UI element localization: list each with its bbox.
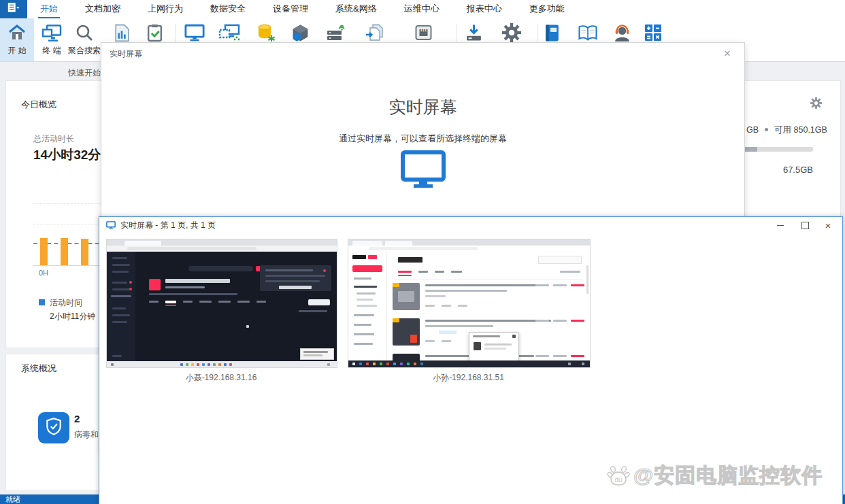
taskbar (348, 360, 590, 367)
mini-dialog (469, 332, 519, 365)
notebook-icon (544, 22, 561, 43)
ribbon-tabs: 开始 文档加密 上网行为 数据安全 设备管理 系统&网络 运维中心 报表中心 更… (38, 0, 567, 18)
system-title: 系统概况 (21, 363, 56, 375)
dialog-heading: 实时屏幕 (101, 96, 744, 118)
home-button[interactable]: 开 始 (0, 18, 34, 61)
screenshot-content (348, 252, 590, 360)
disk-availability: GB可用 850.1GB (746, 124, 827, 136)
shield-check-icon (45, 417, 63, 439)
paw-du-text: du (614, 476, 622, 484)
disk-used-value: 67.5GB (762, 165, 813, 175)
watermark-text: @安固电脑监控软件 (633, 462, 823, 490)
browser-chrome (107, 239, 337, 246)
maximize-icon (801, 222, 809, 229)
dialog-monitor-icon (101, 150, 744, 188)
tab-start[interactable]: 开始 (38, 0, 60, 18)
status-text: 就绪 (5, 495, 20, 503)
legend-activity-value: 2小时11分钟 (50, 311, 95, 322)
quick-start-label: 快速开始 (68, 67, 101, 79)
activity-bar (40, 238, 48, 265)
realtime-screen-viewer-window: 实时屏幕 - 第 1 页, 共 1 页 × (99, 216, 843, 504)
video-thumbnail (393, 318, 420, 346)
database-icon (256, 22, 276, 43)
video-thumbnail (393, 283, 420, 310)
remote-monitors-icon (218, 22, 240, 43)
monitor-icon (106, 221, 116, 229)
terminal-name-2: 小孙-192.168.31.51 (348, 372, 589, 384)
legend-swatch (39, 299, 45, 305)
overview-title: 今日概览 (21, 99, 56, 111)
dialog-description: 通过实时屏幕，可以查看所选择终端的屏幕 (101, 133, 744, 145)
terminal-button[interactable]: 终 端 (38, 18, 65, 61)
menu-bar: 开始 文档加密 上网行为 数据安全 设备管理 系统&网络 运维中心 报表中心 更… (0, 0, 845, 19)
terminal-screenshot-2[interactable] (348, 239, 591, 368)
tab-device-management[interactable]: 设备管理 (271, 0, 310, 18)
x-axis-start-label: 0H (39, 269, 48, 277)
headset-support-icon (613, 22, 631, 43)
viewer-window-title: 实时屏幕 - 第 1 页, 共 1 页 (120, 220, 216, 231)
tab-report-center[interactable]: 报表中心 (465, 0, 504, 18)
terminal-name-1: 小聂-192.168.31.16 (106, 372, 336, 384)
minimize-button[interactable] (770, 217, 791, 233)
tab-internet-behavior[interactable]: 上网行为 (146, 0, 185, 18)
maximize-button[interactable] (795, 217, 815, 233)
download-icon (465, 22, 483, 43)
clipboard-check-icon (147, 22, 163, 43)
activity-bar (61, 238, 68, 265)
watermark: du @安固电脑监控软件 (606, 462, 823, 490)
terminal-screenshot-1[interactable] (106, 239, 337, 368)
bullet-dot (765, 128, 768, 131)
gear-icon (502, 22, 521, 43)
minimize-icon (777, 225, 784, 226)
report-document-icon (114, 22, 130, 43)
aggregate-search-button[interactable]: 聚合搜索 (68, 18, 101, 61)
browser-chrome (348, 239, 590, 246)
dialog-close-icon[interactable]: × (720, 46, 735, 62)
taskbar (107, 361, 337, 367)
terminal-icon (42, 22, 62, 43)
legend-activity-time: 活动时间 (39, 297, 82, 309)
mini-popup (300, 348, 334, 360)
app-menu-icon (7, 2, 20, 16)
search-icon (76, 22, 93, 43)
tab-data-security[interactable]: 数据安全 (208, 0, 248, 18)
total-activity-label: 总活动时长 (33, 133, 74, 145)
tab-more-features[interactable]: 更多功能 (527, 0, 567, 18)
tab-system-network[interactable]: 系统&网络 (333, 0, 379, 18)
home-icon (8, 22, 26, 43)
security-tile[interactable] (38, 412, 69, 443)
cube-icon (291, 22, 310, 43)
baidu-paw-icon: du (606, 463, 631, 490)
app-menu-button[interactable] (0, 0, 27, 18)
tab-document-encryption[interactable]: 文档加密 (83, 0, 122, 18)
app-window: 今日概览 总活动时长 14小时32分钟 0H 活动时间 2小时11分钟 系统概况… (0, 0, 845, 504)
screenshot-content (107, 252, 337, 361)
settings-gear-icon[interactable] (810, 97, 822, 112)
open-book-icon (578, 22, 598, 43)
browser-url-bar (107, 246, 337, 252)
viewer-title-bar[interactable]: 实时屏幕 - 第 1 页, 共 1 页 (99, 217, 842, 233)
calculator-icon (644, 22, 662, 43)
file-transfer-icon (365, 22, 385, 43)
threat-count: 2 (74, 413, 80, 424)
dialog-title: 实时屏幕 (110, 48, 142, 60)
activity-bar (81, 239, 88, 265)
close-icon: × (825, 220, 831, 231)
tab-ops-center[interactable]: 运维中心 (402, 0, 442, 18)
close-button[interactable]: × (818, 217, 838, 233)
server-wifi-icon (326, 22, 346, 43)
monitor-icon (184, 22, 205, 43)
ethernet-port-icon (414, 22, 433, 43)
